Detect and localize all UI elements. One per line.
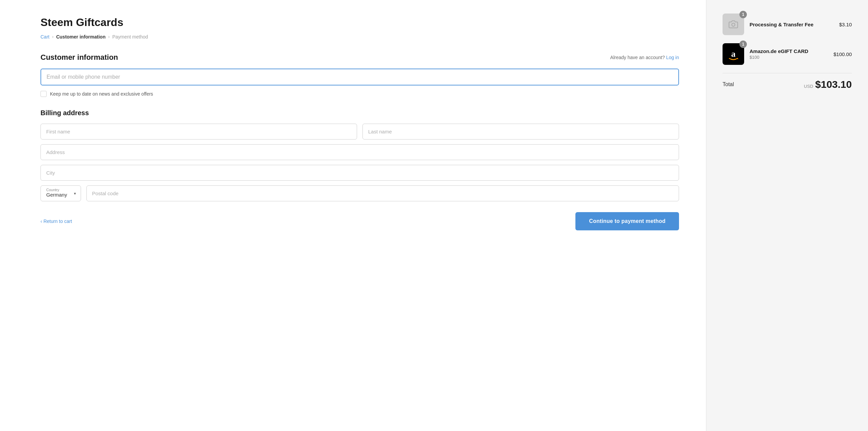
country-value: Germany — [46, 192, 67, 198]
email-input-wrapper — [40, 69, 679, 85]
chevron-left-icon: ‹ — [40, 219, 42, 224]
city-input[interactable] — [40, 165, 679, 181]
item-sub-1: $100 — [750, 55, 828, 60]
newsletter-row: Keep me up to date on news and exclusive… — [40, 91, 679, 97]
breadcrumb-sep-1: › — [52, 34, 53, 39]
item-badge-0: 1 — [739, 11, 747, 18]
city-group — [40, 165, 679, 181]
svg-text:a: a — [731, 49, 736, 59]
item-badge-1: 1 — [739, 41, 747, 48]
postal-code-input[interactable] — [86, 185, 679, 201]
chevron-down-icon: ▾ — [74, 191, 76, 196]
item-info-1: Amazon.de eGIFT CARD $100 — [750, 48, 828, 60]
total-row: Total USD $103.10 — [723, 79, 852, 90]
address-input[interactable] — [40, 144, 679, 160]
divider — [723, 73, 852, 73]
address-group — [40, 144, 679, 160]
item-info-0: Processing & Transfer Fee — [750, 22, 834, 27]
cart-item-1: 1 a Amazon.de eGIFT CARD $100 $100.00 — [723, 43, 852, 65]
country-postal-row: Country Germany ▾ — [40, 185, 679, 201]
item-image-wrapper-0: 1 — [723, 14, 744, 35]
return-to-cart-link[interactable]: ‹ Return to cart — [40, 219, 72, 224]
newsletter-checkbox[interactable] — [40, 91, 47, 97]
country-label: Country — [46, 188, 67, 192]
total-label: Total — [723, 81, 734, 87]
store-title: Steem Giftcards — [40, 16, 679, 29]
actions-row: ‹ Return to cart Continue to payment met… — [40, 212, 679, 230]
breadcrumb: Cart › Customer information › Payment me… — [40, 34, 679, 40]
customer-info-header: Customer information Already have an acc… — [40, 53, 679, 62]
left-panel: Steem Giftcards Cart › Customer informat… — [0, 0, 706, 431]
breadcrumb-payment-method: Payment method — [112, 34, 148, 40]
total-currency: USD — [804, 84, 813, 89]
already-account-text: Already have an account? Log in — [610, 55, 679, 60]
breadcrumb-cart[interactable]: Cart — [40, 34, 49, 40]
item-price-1: $100.00 — [834, 51, 852, 57]
last-name-input[interactable] — [362, 124, 679, 140]
right-panel: 1 Processing & Transfer Fee $3.10 1 — [706, 0, 868, 431]
breadcrumb-sep-2: › — [108, 34, 110, 39]
name-row — [40, 124, 679, 140]
item-image-wrapper-1: 1 a — [723, 43, 744, 65]
billing-title: Billing address — [40, 109, 679, 117]
total-value-group: USD $103.10 — [804, 79, 852, 90]
customer-info-title: Customer information — [40, 53, 118, 62]
cart-item-0: 1 Processing & Transfer Fee $3.10 — [723, 14, 852, 35]
login-link[interactable]: Log in — [666, 55, 679, 60]
newsletter-label: Keep me up to date on news and exclusive… — [50, 91, 153, 97]
email-input[interactable] — [47, 74, 673, 80]
breadcrumb-customer-info: Customer information — [56, 34, 105, 40]
item-name-0: Processing & Transfer Fee — [750, 22, 834, 27]
country-select-wrapper[interactable]: Country Germany ▾ — [40, 185, 81, 201]
total-amount: $103.10 — [815, 79, 852, 90]
svg-point-0 — [732, 23, 735, 26]
item-name-1: Amazon.de eGIFT CARD — [750, 48, 828, 54]
first-name-input[interactable] — [40, 124, 357, 140]
item-price-0: $3.10 — [839, 22, 852, 27]
continue-button[interactable]: Continue to payment method — [575, 212, 679, 230]
